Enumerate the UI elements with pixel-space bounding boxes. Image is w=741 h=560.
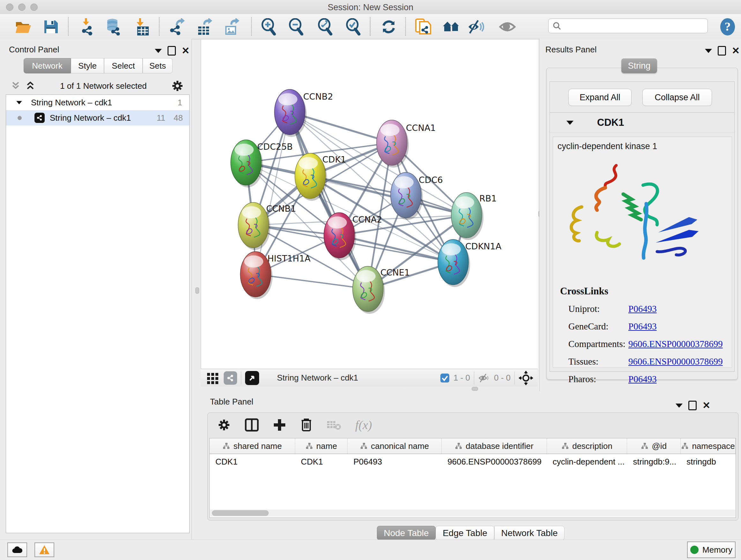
add-column-icon[interactable] xyxy=(273,418,286,432)
home-button[interactable] xyxy=(442,18,460,36)
tab-select[interactable]: Select xyxy=(104,58,143,73)
table-cell[interactable]: CDK1 xyxy=(295,454,348,469)
cloud-status-button[interactable] xyxy=(7,543,27,557)
crosslink-link[interactable]: 9606.ENSP00000378699 xyxy=(628,356,723,367)
grid-view-icon[interactable] xyxy=(206,372,219,384)
export-network-button[interactable] xyxy=(167,18,185,36)
network-node-ccnb2[interactable]: CCNB2 xyxy=(274,89,333,137)
gene-description: cyclin-dependent kinase 1 xyxy=(553,137,732,151)
show-columns-icon[interactable] xyxy=(245,418,259,432)
pan-crosshair-icon[interactable] xyxy=(519,371,533,385)
network-node-ccne1[interactable]: CCNE1 xyxy=(353,266,410,314)
network-view-icon[interactable] xyxy=(224,371,237,385)
control-panel-tabs: Network Style Select Sets xyxy=(23,58,173,73)
import-network-file-button[interactable] xyxy=(78,18,96,36)
tab-network[interactable]: Network xyxy=(23,58,71,73)
float-panel-icon[interactable] xyxy=(705,49,712,53)
column-header-shared-name[interactable]: shared name xyxy=(210,438,295,454)
float-panel-icon[interactable] xyxy=(676,403,683,408)
float-panel-icon[interactable] xyxy=(155,49,162,53)
network-node-cdkn1a[interactable]: CDKN1A xyxy=(438,240,502,287)
network-node-ccnb1[interactable]: CCNB1 xyxy=(238,202,296,250)
close-panel-icon[interactable]: ✕ xyxy=(182,47,190,55)
column-header-canonical-name[interactable]: canonical name xyxy=(347,438,442,454)
tab-style[interactable]: Style xyxy=(71,58,104,73)
column-header-database-identifier[interactable]: database identifier xyxy=(442,438,547,454)
network-collection-row[interactable]: String Network – cdk1 1 xyxy=(6,95,189,110)
crosslink-link[interactable]: P06493 xyxy=(628,374,657,384)
search-input[interactable] xyxy=(561,21,697,30)
current-network-dot-icon xyxy=(17,116,22,120)
network-graph[interactable]: CCNB2CCNA1CDC25BCDK1CDC6RB1CCNB1CCNA2CDK… xyxy=(201,40,538,369)
export-image-button[interactable] xyxy=(222,18,240,36)
network-edge[interactable] xyxy=(310,176,467,215)
table-options-gear-icon[interactable] xyxy=(217,418,231,432)
network-node-ccna1[interactable]: CCNA1 xyxy=(377,120,436,168)
expand-all-button[interactable]: Expand All xyxy=(568,89,631,106)
network-row-selected[interactable]: String Network – cdk1 11 48 xyxy=(6,110,189,125)
expand-all-chevron-icon[interactable] xyxy=(25,81,36,91)
network-node-cdc6[interactable]: CDC6 xyxy=(391,172,443,220)
tab-edge-table[interactable]: Edge Table xyxy=(435,526,494,540)
tab-sets[interactable]: Sets xyxy=(143,58,173,73)
zoom-fit-button[interactable] xyxy=(316,18,334,36)
network-canvas[interactable]: CCNB2CCNA1CDC25BCDK1CDC6RB1CCNB1CCNA2CDK… xyxy=(201,40,538,369)
close-panel-icon[interactable]: ✕ xyxy=(732,47,740,55)
gene-section-header[interactable]: CDK1 xyxy=(550,113,734,133)
selected-checkbox-icon[interactable] xyxy=(440,373,450,383)
tab-network-table[interactable]: Network Table xyxy=(494,526,564,540)
network-edge[interactable] xyxy=(339,235,453,262)
export-network-icon xyxy=(168,18,185,36)
export-table-button[interactable] xyxy=(195,18,213,36)
section-collapse-icon[interactable] xyxy=(566,121,574,125)
column-header--id[interactable]: @id xyxy=(627,438,681,454)
scrollbar-thumb[interactable] xyxy=(212,510,269,516)
collapse-all-chevron-icon[interactable] xyxy=(10,81,21,91)
maximize-panel-icon[interactable] xyxy=(167,46,176,56)
gene-name: CDK1 xyxy=(597,117,624,128)
tab-string[interactable]: String xyxy=(621,58,657,73)
network-node-rb1[interactable]: RB1 xyxy=(451,192,496,240)
table-cell[interactable]: stringdb:9... xyxy=(627,454,681,469)
zoom-selected-button[interactable] xyxy=(344,18,362,36)
import-table-button[interactable] xyxy=(134,18,151,36)
tab-node-table[interactable]: Node Table xyxy=(377,526,435,540)
refresh-button[interactable] xyxy=(380,18,398,36)
bottom-splitter-handle[interactable] xyxy=(472,387,478,391)
delete-column-icon[interactable] xyxy=(300,418,313,432)
warning-status-button[interactable] xyxy=(35,543,54,557)
column-header-description[interactable]: description xyxy=(547,438,627,454)
save-session-button[interactable] xyxy=(42,18,60,36)
copy-network-button[interactable] xyxy=(414,18,432,36)
table-horizontal-scrollbar[interactable] xyxy=(210,509,735,516)
collapse-all-button[interactable]: Collapse All xyxy=(643,89,712,106)
crosslink-link[interactable]: P06493 xyxy=(628,304,657,314)
left-splitter-handle[interactable] xyxy=(195,287,199,294)
table-cell[interactable]: P06493 xyxy=(347,454,442,469)
birdseye-view-icon[interactable] xyxy=(245,371,259,385)
table-row[interactable]: CDK1CDK1P064939606.ENSP00000378699cyclin… xyxy=(210,454,736,469)
table-cell[interactable]: CDK1 xyxy=(210,454,295,469)
hide-panel-button[interactable] xyxy=(467,18,485,36)
maximize-panel-icon[interactable] xyxy=(718,46,726,56)
crosslink-link[interactable]: 9606.ENSP00000378699 xyxy=(628,339,723,349)
network-options-gear-icon[interactable] xyxy=(171,79,184,92)
memory-button[interactable]: Memory xyxy=(687,542,736,558)
close-panel-icon[interactable]: ✕ xyxy=(702,401,711,409)
help-button[interactable]: ? xyxy=(719,18,737,36)
import-network-database-button[interactable] xyxy=(105,18,123,36)
open-session-button[interactable] xyxy=(14,18,32,36)
column-header-name[interactable]: name xyxy=(295,438,348,454)
collection-expand-icon[interactable] xyxy=(16,101,22,104)
maximize-panel-icon[interactable] xyxy=(688,401,697,410)
zoom-in-button[interactable] xyxy=(259,18,277,36)
control-panel-controls: ✕ xyxy=(155,46,190,56)
zoom-out-button[interactable] xyxy=(287,18,305,36)
crosslink-link[interactable]: P06493 xyxy=(628,321,657,332)
table-cell[interactable]: cyclin-dependent ... xyxy=(547,454,627,469)
show-panel-button[interactable] xyxy=(498,18,516,36)
table-cell[interactable]: stringdb xyxy=(681,454,736,469)
network-node-hist1h1a[interactable]: HIST1H1A xyxy=(240,252,311,299)
table-cell[interactable]: 9606.ENSP00000378699 xyxy=(442,454,547,469)
column-header-namespace[interactable]: namespace xyxy=(681,438,736,454)
